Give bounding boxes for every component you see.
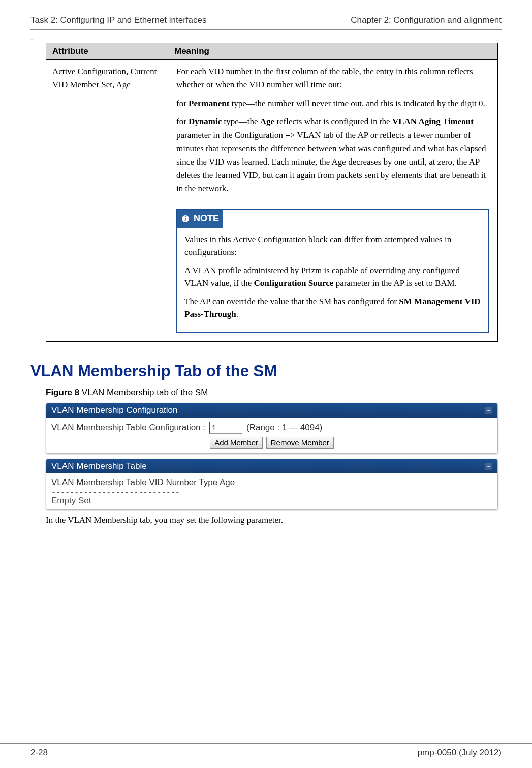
header-right: Chapter 2: Configuration and alignment (351, 15, 502, 25)
remove-member-button[interactable]: Remove Member (266, 437, 334, 449)
col-meaning: Meaning (168, 43, 498, 60)
screenshot-figure: VLAN Membership Configuration − VLAN Mem… (46, 403, 498, 510)
footer-right: pmp-0050 (July 2012) (418, 748, 502, 758)
page-header: Task 2: Configuring IP and Ethernet inte… (30, 15, 502, 30)
info-icon: i (180, 214, 191, 224)
collapse-icon[interactable]: − (485, 463, 492, 470)
meaning-p3: for Dynamic type—the Age reflects what i… (176, 115, 489, 196)
after-figure-text: In the VLAN Membership tab, you may set … (46, 515, 502, 525)
section-title: VLAN Membership Tab of the SM (30, 362, 502, 380)
panel2-title: VLAN Membership Table (51, 461, 147, 471)
attr-cell: Active Configuration, Current VID Member… (46, 60, 168, 342)
panel2-header[interactable]: VLAN Membership Table − (46, 459, 497, 473)
header-left: Task 2: Configuring IP and Ethernet inte… (30, 15, 207, 25)
meaning-cell: For each VID number in the first column … (168, 60, 498, 342)
page-footer: 2-28 pmp-0050 (July 2012) (0, 743, 532, 758)
note-p3: The AP can override the value that the S… (184, 295, 481, 321)
config-label: VLAN Membership Table Configuration : (51, 423, 205, 433)
attribute-table: Attribute Meaning Active Configuration, … (46, 43, 498, 342)
note-header: i NOTE (177, 210, 488, 228)
note-p1: Values in this Active Configuration bloc… (184, 233, 481, 259)
header-dash: - (30, 34, 502, 43)
note-p2: A VLAN profile administered by Prizm is … (184, 264, 481, 290)
panel1-title: VLAN Membership Configuration (51, 405, 178, 415)
collapse-icon[interactable]: − (485, 407, 492, 414)
col-attribute: Attribute (46, 43, 168, 60)
footer-left: 2-28 (30, 748, 48, 758)
range-text: (Range : 1 — 4094) (246, 423, 322, 433)
meaning-p2: for Permanent type—the number will never… (176, 97, 489, 110)
config-row: VLAN Membership Table Configuration : (R… (51, 420, 492, 435)
empty-set-text: Empty Set (51, 496, 492, 507)
vlan-membership-config-panel: VLAN Membership Configuration − VLAN Mem… (46, 403, 498, 454)
panel1-header[interactable]: VLAN Membership Configuration − (46, 403, 497, 418)
note-box: i NOTE Values in this Active Configurati… (176, 209, 489, 333)
table-divider: ---------------------------- (51, 489, 492, 496)
vlan-number-input[interactable] (209, 422, 242, 434)
note-label: NOTE (194, 212, 219, 226)
add-member-button[interactable]: Add Member (210, 437, 263, 449)
meaning-p1: For each VID number in the first column … (176, 65, 489, 92)
figure-label: Figure 8 VLAN Membership tab of the SM (46, 388, 502, 398)
vlan-membership-table-panel: VLAN Membership Table − VLAN Membership … (46, 459, 498, 510)
